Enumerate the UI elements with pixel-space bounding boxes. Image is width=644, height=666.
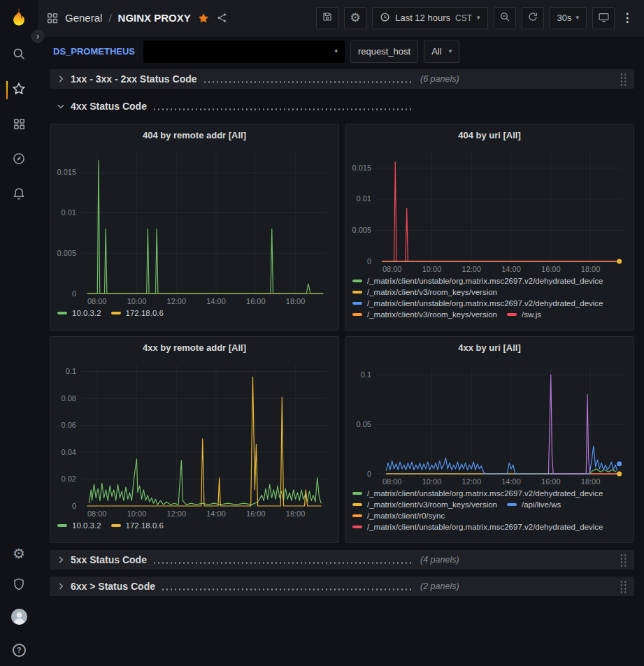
legend-item[interactable]: /_matrix/client/r0/sync (352, 512, 445, 520)
row-6xx[interactable]: 6xx > Status Code(2 panels) (50, 577, 634, 596)
legend-item[interactable]: 172.18.0.6 (111, 521, 164, 530)
dotted-leader (152, 108, 413, 110)
legend-item[interactable]: /api/live/ws (507, 500, 561, 509)
legend-marker (57, 312, 67, 314)
sidebar-item-search[interactable] (0, 48, 38, 63)
main-column: General / NGINX PROXY ⚙ (38, 0, 644, 666)
legend-item[interactable]: /_matrix/client/v3/room_keys/version (352, 288, 497, 296)
panel-title[interactable]: 404 by remote addr [All] (50, 124, 338, 145)
refresh-interval-picker[interactable]: 30s ▾ (550, 7, 587, 29)
time-range-picker[interactable]: Last 12 hours CST ▾ (372, 7, 487, 29)
dotted-leader (203, 81, 413, 83)
legend-item[interactable]: /_matrix/client/unstable/org.matrix.msc2… (352, 523, 603, 531)
legend-item[interactable]: /sw.js (507, 310, 541, 319)
refresh-button[interactable] (522, 7, 544, 29)
row-title-group: 4xx Status Code (68, 101, 413, 112)
svg-text:10:00: 10:00 (127, 297, 147, 305)
time-series-chart[interactable]: 00.050.108:0010:0012:0014:0016:0018:00 (345, 358, 634, 488)
sidebar-item-configuration[interactable]: ⚙ (0, 546, 38, 561)
share-icon[interactable] (216, 12, 228, 24)
legend-item[interactable]: /_matrix/client/v3/room_keys/version (352, 500, 497, 509)
svg-text:0.005: 0.005 (57, 249, 76, 257)
legend-item[interactable]: 10.0.3.2 (57, 521, 101, 530)
sidebar-item-starred[interactable] (0, 82, 38, 98)
legend-item[interactable]: /_matrix/client/v3/room_keys/version (352, 310, 497, 319)
legend-item[interactable]: 10.0.3.2 (57, 309, 101, 317)
svg-text:16:00: 16:00 (246, 297, 266, 305)
panel-title[interactable]: 4xx by remote addr [All] (50, 337, 338, 358)
legend-label: 10.0.3.2 (72, 309, 101, 317)
compass-icon (12, 152, 26, 168)
sidebar-expand-button[interactable]: › (31, 30, 44, 43)
sidebar-item-alerting[interactable] (0, 187, 38, 203)
monitor-icon (598, 11, 610, 25)
drag-handle[interactable] (620, 553, 627, 567)
gear-icon: ⚙ (13, 546, 25, 560)
time-series-chart[interactable]: 00.0050.010.01508:0010:0012:0014:0016:00… (345, 145, 634, 275)
legend-label: /_matrix/client/unstable/org.matrix.msc2… (367, 277, 603, 285)
panel-title[interactable]: 4xx by uri [All] (345, 337, 634, 358)
favorite-star-icon[interactable] (197, 12, 210, 24)
svg-text:18:00: 18:00 (581, 477, 601, 486)
legend-label: /sw.js (522, 310, 541, 319)
dashboard-content: 1xx - 3xx - 2xx Status Code(6 panels)4xx… (38, 65, 644, 666)
panel-4xx-by-remote-addr-all: 4xx by remote addr [All]00.020.040.060.0… (50, 336, 339, 543)
legend: /_matrix/client/unstable/org.matrix.msc2… (345, 275, 634, 330)
chevron-down-icon: ▾ (477, 15, 480, 21)
variable-select-request-host[interactable]: All ▾ (424, 41, 459, 63)
row-title-group: 1xx - 3xx - 2xx Status Code (68, 73, 413, 85)
sidebar-item-dashboards[interactable] (0, 117, 38, 133)
variable-label-ds-prometheus[interactable]: DS_PROMETHEUS (50, 41, 138, 63)
navbar-actions: ⚙ Last 12 hours CST ▾ (316, 7, 634, 29)
sidebar-item-help[interactable]: ? (0, 642, 38, 658)
row-panel-count: (6 panels) (420, 74, 459, 84)
panel-title[interactable]: 404 by uri [All] (345, 124, 634, 145)
search-icon (12, 47, 26, 64)
drag-handle[interactable] (620, 73, 627, 86)
save-dashboard-button[interactable] (316, 7, 338, 29)
svg-text:0.005: 0.005 (352, 226, 371, 234)
row-panel-count: (4 panels) (420, 555, 459, 565)
sidebar-item-explore[interactable] (0, 152, 38, 168)
legend: /_matrix/client/unstable/org.matrix.msc2… (345, 488, 634, 542)
legend-item[interactable]: /_matrix/client/unstable/org.matrix.msc2… (352, 277, 603, 285)
legend-item[interactable]: /_matrix/client/unstable/org.matrix.msc2… (352, 489, 603, 498)
legend-item[interactable]: /_matrix/client/unstable/org.matrix.msc2… (352, 299, 603, 307)
sidebar-item-server-admin[interactable] (0, 578, 38, 593)
dashboard-grid-icon[interactable] (46, 12, 59, 24)
breadcrumb-section[interactable]: General (65, 12, 102, 24)
svg-text:0.02: 0.02 (62, 475, 76, 483)
sidebar-bottom-nav: ⚙ ? (0, 546, 38, 666)
legend-marker (111, 312, 121, 314)
chevron-down-icon: ▾ (575, 15, 579, 21)
user-avatar[interactable] (0, 610, 38, 625)
drag-handle[interactable] (620, 580, 627, 593)
help-icon: ? (13, 644, 26, 657)
svg-text:0: 0 (72, 502, 76, 510)
zoom-out-button[interactable] (494, 7, 516, 29)
legend-item[interactable]: 172.18.0.6 (111, 309, 164, 317)
row-1xx-3xx-2xx[interactable]: 1xx - 3xx - 2xx Status Code(6 panels) (50, 69, 634, 89)
svg-text:18:00: 18:00 (581, 265, 601, 273)
svg-text:0.1: 0.1 (361, 370, 371, 379)
legend-label: /_matrix/client/unstable/org.matrix.msc2… (367, 489, 603, 498)
grafana-logo[interactable] (8, 7, 29, 29)
row-title-group: 6xx > Status Code (68, 581, 413, 592)
kebab-menu-button[interactable]: ⋮ (620, 10, 634, 25)
time-series-chart[interactable]: 00.020.040.060.080.108:0010:0012:0014:00… (50, 358, 338, 520)
variable-select-ds-prometheus[interactable]: ▾ (143, 41, 345, 63)
breadcrumb-dashboard-title[interactable]: NGINX PROXY (118, 12, 191, 24)
chevron-down-icon: ▾ (335, 48, 338, 55)
kebab-icon: ⋮ (622, 11, 634, 24)
chevron-right-icon (54, 74, 68, 84)
save-icon (322, 11, 333, 24)
dashboard-settings-button[interactable]: ⚙ (344, 7, 366, 29)
row-4xx[interactable]: 4xx Status Code (50, 96, 634, 117)
svg-text:14:00: 14:00 (501, 477, 521, 486)
time-series-chart[interactable]: 00.0050.010.01508:0010:0012:0014:0016:00… (50, 145, 338, 307)
svg-text:0.015: 0.015 (352, 164, 371, 172)
row-5xx[interactable]: 5xx Status Code(4 panels) (50, 550, 634, 570)
svg-text:14:00: 14:00 (206, 509, 226, 518)
legend-label: /_matrix/client/v3/room_keys/version (367, 500, 497, 509)
tv-mode-button[interactable] (592, 7, 615, 29)
